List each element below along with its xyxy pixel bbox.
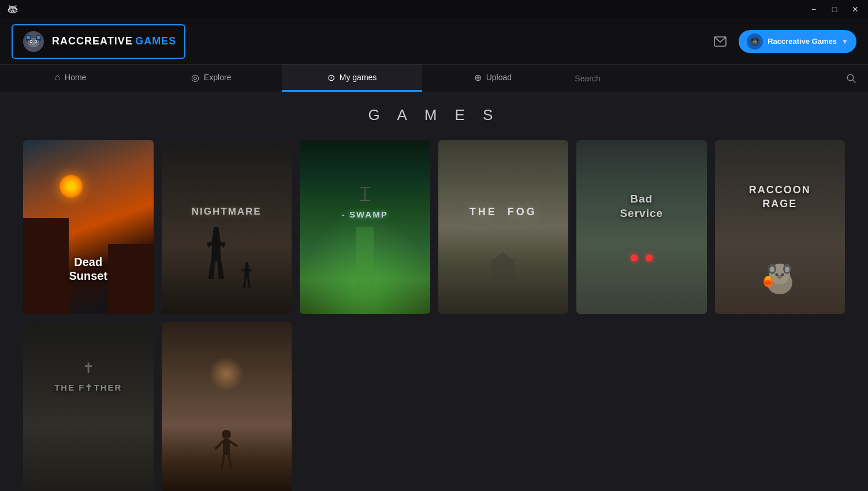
- svg-line-19: [852, 80, 855, 83]
- svg-line-36: [229, 455, 231, 468]
- game-card-dead-sunset[interactable]: DeadSunset: [23, 140, 154, 314]
- svg-point-17: [755, 41, 756, 42]
- search-icon: [846, 73, 856, 84]
- eye-right: [646, 254, 653, 261]
- game-card-bad-service[interactable]: BadService: [576, 140, 707, 314]
- avatar-raccoon-icon: [749, 36, 761, 47]
- section-title: G A M E S: [23, 106, 845, 124]
- building-right: [108, 244, 154, 313]
- explore-icon: ◎: [191, 72, 199, 83]
- building-left: [23, 218, 69, 313]
- father-cross-icon: ✝: [83, 360, 94, 376]
- bad-service-eyes: [631, 254, 653, 261]
- raccoon-logo-icon: [21, 29, 46, 54]
- search-input[interactable]: [575, 74, 840, 83]
- card-title-swamp: - SWAMP: [342, 209, 388, 219]
- logo-text: RACCREATIVE GAMES: [52, 35, 176, 47]
- svg-point-25: [785, 267, 789, 272]
- username-label: Raccreative Games: [768, 37, 837, 46]
- raccoon-rage-icon: [757, 254, 803, 300]
- svg-line-34: [230, 441, 237, 446]
- dead-sunset-sun: [59, 175, 83, 198]
- nav-my-games-label: My games: [340, 73, 377, 82]
- empty-slot-1: [300, 322, 430, 491]
- logo-games: GAMES: [135, 35, 176, 47]
- card-title-bad-service: BadService: [620, 192, 663, 220]
- nav-upload[interactable]: ⊕ Upload: [422, 65, 563, 92]
- mail-icon: [713, 35, 727, 48]
- svg-line-33: [216, 441, 223, 448]
- eye-left: [631, 254, 638, 261]
- avatar: [747, 33, 763, 50]
- mystery-figure-icon: [215, 429, 238, 469]
- empty-slot-4: [715, 322, 845, 491]
- swamp-gate-icon: ⌶: [360, 183, 370, 203]
- svg-point-18: [847, 74, 854, 81]
- svg-point-24: [770, 267, 774, 272]
- games-grid-row1: DeadSunset NIGHTMARE ⌶ - SWAMP: [23, 140, 845, 314]
- game-card-nightmare[interactable]: NIGHTMARE: [162, 140, 292, 314]
- mail-button[interactable]: [709, 30, 732, 53]
- app-icon: 🦝: [7, 3, 18, 14]
- nav-explore-label: Explore: [204, 73, 231, 82]
- header-actions: Raccreative Games ▼: [709, 30, 856, 53]
- dropdown-arrow-icon: ▼: [841, 38, 848, 46]
- maximize-button[interactable]: □: [826, 3, 843, 16]
- svg-point-26: [776, 273, 778, 276]
- empty-slot-3: [576, 322, 707, 491]
- nav-my-games[interactable]: ⊙ My games: [282, 65, 423, 92]
- game-card-raccoon-rage[interactable]: RACCOONRAGE: [715, 140, 845, 314]
- card-title-dead-sunset: DeadSunset: [69, 255, 107, 283]
- empty-slot-2: [438, 322, 569, 491]
- main-content: G A M E S DeadSunset NIGHTMARE: [0, 92, 868, 491]
- svg-line-35: [222, 455, 224, 468]
- search-button[interactable]: [846, 73, 856, 84]
- game-card-the-fog[interactable]: THE FOG: [438, 140, 569, 314]
- nav-upload-label: Upload: [486, 73, 512, 82]
- game-card-swamp[interactable]: ⌶ - SWAMP: [300, 140, 430, 314]
- home-icon: ⌂: [54, 72, 60, 83]
- nav-explore[interactable]: ◎ Explore: [141, 65, 282, 92]
- svg-point-10: [32, 43, 35, 45]
- nav-home-label: Home: [65, 73, 86, 82]
- card-title-the-fog: THE FOG: [470, 206, 537, 218]
- swamp-path: [356, 227, 374, 313]
- card-title-the-father: THE F✝THER: [54, 383, 122, 393]
- svg-point-15: [752, 40, 757, 43]
- search-area[interactable]: [563, 65, 868, 92]
- header: RACCREATIVE GAMES: [0, 18, 868, 65]
- svg-point-8: [31, 41, 32, 42]
- svg-point-28: [777, 275, 782, 279]
- nav-bar: ⌂ Home ◎ Explore ⊙ My games ⊕ Upload: [0, 65, 868, 92]
- card-title-raccoon-rage: RACCOONRAGE: [749, 183, 811, 211]
- svg-point-16: [754, 41, 754, 42]
- svg-point-27: [781, 273, 784, 276]
- game-card-the-father[interactable]: ✝ THE F✝THER: [23, 322, 154, 491]
- mystery-glow: [209, 357, 244, 391]
- card-title-nightmare: NIGHTMARE: [192, 206, 262, 218]
- svg-point-9: [35, 41, 36, 42]
- title-bar: 🦝 − □ ✕: [0, 0, 868, 18]
- logo[interactable]: RACCREATIVE GAMES: [12, 24, 185, 59]
- nav-home[interactable]: ⌂ Home: [0, 65, 141, 92]
- svg-point-31: [222, 430, 231, 439]
- upload-icon: ⊕: [474, 72, 482, 83]
- minimize-button[interactable]: −: [806, 3, 822, 16]
- logo-raccreative: RACCREATIVE: [52, 35, 133, 47]
- game-card-mystery[interactable]: [162, 322, 292, 491]
- user-menu[interactable]: Raccreative Games ▼: [739, 30, 856, 53]
- close-button[interactable]: ✕: [847, 3, 863, 16]
- nightmare-figure-small: [241, 262, 252, 288]
- my-games-icon: ⊙: [327, 72, 335, 83]
- fog-building: [491, 259, 515, 288]
- nightmare-figure-large: [204, 227, 228, 279]
- games-grid-row2: ✝ THE F✝THER: [23, 322, 845, 491]
